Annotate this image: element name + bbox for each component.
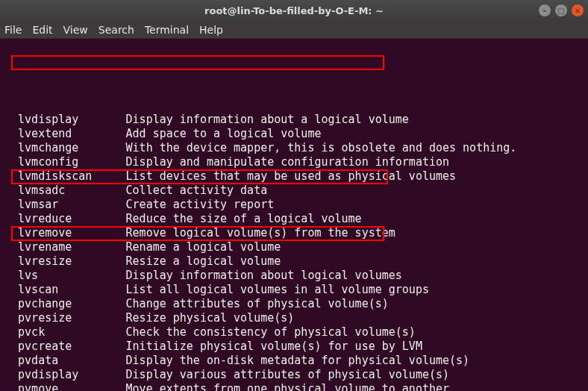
close-button[interactable]: ✕ [572, 4, 584, 16]
terminal-line: pvmove Move extents from one physical vo… [4, 382, 588, 391]
terminal-line: lvmsar Create activity report [4, 198, 588, 212]
maximize-button[interactable]: ▢ [555, 4, 567, 16]
terminal-line: lvextend Add space to a logical volume [4, 127, 588, 141]
terminal-line: lvreduce Reduce the size of a logical vo… [4, 212, 588, 226]
menu-terminal[interactable]: Terminal [145, 24, 189, 36]
terminal-line: lvrename Rename a logical volume [4, 240, 588, 254]
terminal-line: lvmchange With the device mapper, this i… [4, 141, 588, 155]
terminal-line: lvmsadc Collect activity data [4, 184, 588, 198]
terminal-line: pvchange Change attributes of physical v… [4, 297, 588, 311]
menu-view[interactable]: View [63, 24, 88, 36]
minimize-button[interactable]: – [539, 4, 551, 16]
terminal-line: pvdata Display the on-disk metadata for … [4, 354, 588, 368]
terminal-line: lvs Display information about logical vo… [4, 269, 588, 283]
highlight-lvextend [11, 55, 384, 70]
terminal-line: lvmconfig Display and manipulate configu… [4, 155, 588, 169]
menu-file[interactable]: File [4, 24, 22, 36]
terminal-line: lvresize Resize a logical volume [4, 254, 588, 269]
menu-search[interactable]: Search [98, 24, 134, 36]
terminal-window: root@lin-To-be-filled-by-O-E-M: ~ – ▢ ✕ … [0, 0, 588, 391]
menu-edit[interactable]: Edit [32, 24, 52, 36]
window-title: root@lin-To-be-filled-by-O-E-M: ~ [204, 5, 384, 16]
menubar: File Edit View Search Terminal Help [0, 21, 588, 39]
terminal-line: pvresize Resize physical volume(s) [4, 311, 588, 325]
terminal-line: lvscan List all logical volumes in all v… [4, 283, 588, 297]
terminal-line: pvck Check the consistency of physical v… [4, 325, 588, 340]
terminal-line: lvmdiskscan List devices that may be use… [4, 169, 588, 184]
menu-help[interactable]: Help [199, 24, 223, 36]
terminal-line: lvremove Remove logical volume(s) from t… [4, 226, 588, 240]
terminal-line: pvcreate Initialize physical volume(s) f… [4, 340, 588, 354]
terminal-output[interactable]: lvdisplay Display information about a lo… [0, 39, 588, 391]
window-controls: – ▢ ✕ [539, 4, 584, 16]
terminal-line: lvdisplay Display information about a lo… [4, 113, 588, 127]
terminal-line: pvdisplay Display various attributes of … [4, 368, 588, 382]
titlebar: root@lin-To-be-filled-by-O-E-M: ~ – ▢ ✕ [0, 0, 588, 21]
